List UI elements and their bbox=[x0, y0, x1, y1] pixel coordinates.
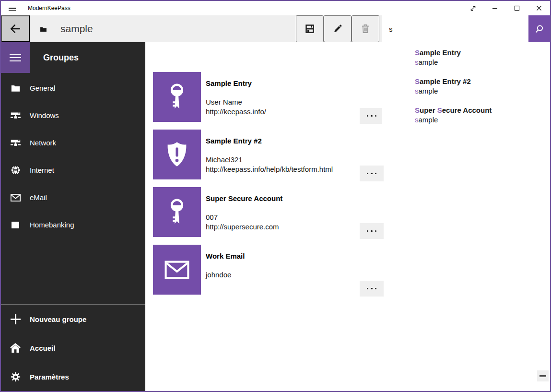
entry-url: http://keepass.info/ bbox=[206, 107, 266, 117]
sidebar-heading: Groupes bbox=[43, 53, 79, 63]
search-suggestions: Sample Entry sample Sample Entry #2 samp… bbox=[382, 42, 549, 139]
minimize-button[interactable] bbox=[484, 1, 506, 15]
commandbar-actions bbox=[296, 15, 379, 42]
entry-tile bbox=[153, 72, 201, 122]
suggestion-super-secure-account[interactable]: Super Secure Account sample bbox=[415, 106, 549, 125]
sidebar-action-label: Accueil bbox=[30, 344, 55, 352]
command-bar: sample bbox=[1, 15, 550, 42]
sidebar-item-label: General bbox=[30, 84, 55, 92]
entry-title: Super Secure Account bbox=[206, 194, 282, 203]
mail-icon bbox=[1, 194, 30, 202]
key-icon bbox=[167, 197, 187, 227]
minimize-icon bbox=[492, 5, 498, 11]
entry-title: Sample Entry bbox=[206, 79, 266, 88]
search-icon bbox=[535, 24, 544, 34]
sidebar-item-network[interactable]: Network bbox=[1, 129, 145, 156]
entry-url: http://supersecure.com bbox=[206, 222, 282, 232]
sidebar-item-internet[interactable]: Internet bbox=[1, 156, 145, 184]
entry-text: Sample Entry #2 Michael321 http://keepas… bbox=[206, 130, 333, 179]
entry-title: Work Email bbox=[206, 251, 245, 261]
sidebar-bottom: Nouveau groupe Accueil Paramètres bbox=[1, 304, 145, 391]
search-box bbox=[382, 15, 550, 42]
hamburger-icon[interactable] bbox=[1, 1, 23, 15]
sidebar-item-homebanking[interactable]: Homebanking bbox=[1, 211, 145, 238]
trash-icon bbox=[362, 24, 369, 33]
nav-toggle-button[interactable] bbox=[1, 42, 30, 73]
plus-icon bbox=[1, 314, 30, 324]
save-icon bbox=[305, 24, 314, 33]
search-button[interactable] bbox=[528, 15, 550, 42]
sidebar-item-label: eMail bbox=[30, 193, 47, 202]
fullscreen-icon bbox=[470, 5, 476, 12]
back-arrow-icon bbox=[10, 24, 21, 34]
mail-icon bbox=[164, 261, 189, 279]
sidebar-header: Groupes bbox=[1, 42, 145, 73]
entry-url bbox=[206, 280, 245, 289]
entry-username: User Name bbox=[206, 97, 266, 107]
app-window: ModernKeePass sample bbox=[0, 0, 551, 392]
entry-row-sample-entry[interactable]: Sample Entry User Name http://keepass.in… bbox=[153, 72, 384, 122]
folder-icon bbox=[1, 84, 30, 92]
entry-username: 007 bbox=[206, 213, 282, 222]
sidebar-item-label: Network bbox=[30, 139, 56, 147]
close-button[interactable] bbox=[528, 1, 550, 15]
home-icon bbox=[1, 343, 30, 353]
zoom-out-button[interactable] bbox=[537, 370, 549, 381]
database-icon bbox=[40, 26, 47, 32]
maximize-button[interactable] bbox=[506, 1, 528, 15]
entry-row-sample-entry-2[interactable]: Sample Entry #2 Michael321 http://keepas… bbox=[153, 130, 384, 179]
entry-row-work-email[interactable]: Work Email johndoe bbox=[153, 245, 384, 295]
sidebar-item-label: Homebanking bbox=[30, 221, 74, 229]
edit-pencil-icon bbox=[333, 24, 342, 33]
suggestion-sample-entry[interactable]: Sample Entry sample bbox=[415, 48, 549, 67]
entry-tile bbox=[153, 187, 201, 237]
gear-icon bbox=[1, 372, 30, 382]
window-controls bbox=[462, 1, 550, 15]
close-icon bbox=[536, 5, 542, 11]
entry-username: Michael321 bbox=[206, 155, 333, 165]
settings-button[interactable]: Paramètres bbox=[1, 362, 145, 391]
commandbar-strip: sample bbox=[30, 15, 382, 42]
sidebar-action-label: Paramètres bbox=[30, 373, 69, 381]
entry-text: Sample Entry User Name http://keepass.in… bbox=[206, 72, 266, 122]
suggestion-sample-entry-2[interactable]: Sample Entry #2 sample bbox=[415, 77, 549, 96]
entry-text: Super Secure Account 007 http://supersec… bbox=[206, 187, 282, 237]
sidebar-action-label: Nouveau groupe bbox=[30, 315, 86, 323]
network-icon bbox=[1, 112, 30, 119]
sidebar-item-label: Windows bbox=[30, 111, 59, 119]
entry-title: Sample Entry #2 bbox=[206, 136, 333, 146]
more-button[interactable] bbox=[360, 108, 384, 124]
globe-icon bbox=[1, 165, 30, 175]
sidebar-item-label: Internet bbox=[30, 166, 54, 174]
shield-alert-icon bbox=[166, 142, 188, 167]
minus-icon bbox=[539, 375, 546, 377]
delete-button[interactable] bbox=[352, 15, 379, 42]
entry-tile bbox=[153, 130, 201, 179]
entry-text: Work Email johndoe bbox=[206, 245, 245, 295]
sidebar-item-windows[interactable]: Windows bbox=[1, 102, 145, 129]
home-button[interactable]: Accueil bbox=[1, 333, 145, 362]
titlebar: ModernKeePass bbox=[1, 1, 550, 15]
sidebar-item-general[interactable]: General bbox=[1, 74, 145, 102]
save-button[interactable] bbox=[296, 15, 324, 42]
sidebar-item-email[interactable]: eMail bbox=[1, 184, 145, 211]
more-button[interactable] bbox=[360, 223, 384, 239]
more-button[interactable] bbox=[360, 166, 384, 181]
group-list: General Windows Network bbox=[1, 74, 145, 238]
entry-url: http://keepass.info/help/kb/testform.htm… bbox=[206, 165, 333, 174]
entry-username: johndoe bbox=[206, 270, 245, 280]
new-group-button[interactable]: Nouveau groupe bbox=[1, 305, 145, 333]
edit-button[interactable] bbox=[324, 15, 352, 42]
search-input[interactable] bbox=[382, 15, 528, 42]
app-title: ModernKeePass bbox=[28, 5, 70, 12]
fullscreen-button[interactable] bbox=[462, 1, 484, 15]
sidebar: Groupes General Windows bbox=[1, 42, 145, 391]
square-icon bbox=[1, 222, 30, 228]
entry-tile bbox=[153, 245, 201, 295]
network-icon bbox=[1, 139, 30, 146]
more-button[interactable] bbox=[360, 281, 384, 297]
back-button[interactable] bbox=[1, 15, 30, 42]
entry-row-super-secure-account[interactable]: Super Secure Account 007 http://supersec… bbox=[153, 187, 384, 237]
key-icon bbox=[167, 82, 187, 112]
maximize-icon bbox=[514, 5, 520, 11]
